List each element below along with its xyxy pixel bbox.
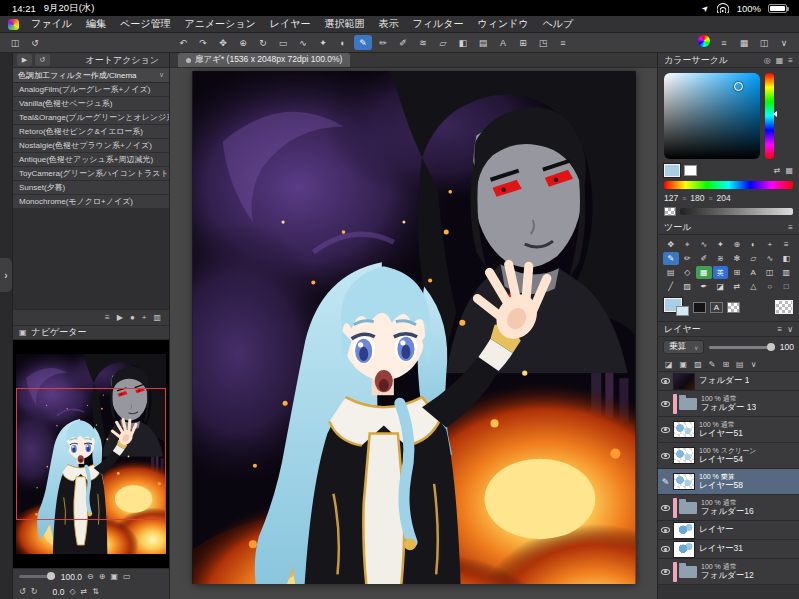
eye-icon[interactable]: [661, 427, 670, 433]
layer-row[interactable]: 100 % 通常フォルダー16: [658, 495, 799, 521]
circle-icon[interactable]: ○: [762, 280, 778, 293]
menu-item[interactable]: ヘルプ: [536, 17, 581, 31]
auto-action-tab-icon[interactable]: ▶: [17, 54, 32, 66]
swap-colors-icon[interactable]: ⇄: [774, 166, 781, 175]
list-icon[interactable]: ≡: [105, 313, 110, 322]
black-color-chip[interactable]: [693, 302, 706, 313]
fill-icon[interactable]: ◧: [779, 252, 795, 265]
palette-grid-icon[interactable]: ▦: [785, 166, 793, 175]
menu-item[interactable]: ウィンドウ: [470, 17, 535, 31]
add-icon[interactable]: +: [142, 313, 147, 322]
eye-icon[interactable]: [658, 505, 673, 511]
hand-icon[interactable]: ✥: [214, 35, 232, 50]
text-icon[interactable]: A: [746, 266, 762, 279]
delete-icon[interactable]: ▥: [153, 313, 161, 322]
material-icon[interactable]: ◳: [534, 35, 552, 50]
mask-icon[interactable]: ◪: [713, 280, 729, 293]
transparent-color-chip[interactable]: [664, 207, 676, 216]
pen-icon[interactable]: ✎: [663, 252, 679, 265]
menu-icon[interactable]: ≡: [554, 35, 572, 50]
rotate-view-icon[interactable]: ↻: [254, 35, 272, 50]
swatch-tab-icon[interactable]: ▦: [776, 56, 784, 65]
zoom-in-icon[interactable]: ⊕: [99, 572, 106, 581]
palette-icon[interactable]: ▤: [736, 360, 744, 369]
green-value[interactable]: 180: [690, 193, 704, 203]
menu-item[interactable]: アニメーション: [177, 17, 262, 31]
blend-icon[interactable]: ∿: [762, 252, 778, 265]
ruler-icon[interactable]: ⊞: [729, 266, 745, 279]
sub-color-chip[interactable]: [684, 165, 697, 176]
auto-action-set-selector[interactable]: 色調加工フィルター作成/Cinema ∨: [13, 68, 169, 83]
menu-icon[interactable]: ≡: [779, 238, 795, 251]
eye-icon[interactable]: [658, 527, 673, 533]
auto-action-item[interactable]: Vanilla(色褪せベージュ系): [13, 97, 169, 111]
layer-row[interactable]: 100 % 通常フォルダー 13: [658, 391, 799, 417]
eye-icon[interactable]: [661, 569, 670, 575]
menu-item[interactable]: 編集: [79, 17, 113, 31]
auto-action-item[interactable]: Antique(色褪せアッシュ系+周辺減光): [13, 153, 169, 167]
layer-panel-title[interactable]: レイヤー: [664, 323, 701, 336]
text-color-chip[interactable]: A: [710, 302, 723, 313]
opacity-value[interactable]: 100: [780, 342, 794, 352]
eyedropper-icon[interactable]: ◐: [746, 238, 762, 251]
redo-icon[interactable]: ↷: [194, 35, 212, 50]
eraser-icon[interactable]: ▱: [746, 252, 762, 265]
reset-rotate-icon[interactable]: ◇: [69, 587, 75, 596]
navigator-tab-icon[interactable]: ▣: [19, 328, 27, 337]
pencil-icon[interactable]: ✏: [374, 35, 392, 50]
layer-row[interactable]: レイヤー: [658, 521, 799, 540]
rotate-right-icon[interactable]: ↻: [31, 587, 38, 596]
brush-icon[interactable]: ✐: [394, 35, 412, 50]
undo-icon[interactable]: ↶: [174, 35, 192, 50]
hue-slider-vertical[interactable]: [765, 73, 774, 159]
red-value[interactable]: 127: [664, 193, 678, 203]
panels-icon[interactable]: ◫: [755, 35, 773, 50]
expand-icon[interactable]: ∨: [787, 325, 793, 334]
eye-icon[interactable]: [658, 569, 673, 575]
navigator-preview[interactable]: [13, 340, 169, 568]
perspective-icon[interactable]: △: [746, 280, 762, 293]
lasso-icon[interactable]: ∿: [696, 238, 712, 251]
zoom-icon[interactable]: ⊕: [729, 238, 745, 251]
auto-action-item[interactable]: AnalogFilm(ブルーグレー系+ノイズ): [13, 83, 169, 97]
layer-row[interactable]: フォルダー 1: [658, 372, 799, 391]
layer-row[interactable]: 100 % 通常レイヤー51: [658, 417, 799, 443]
blend-mode-select[interactable]: 乗算 ∨: [663, 340, 704, 354]
fit-screen-icon[interactable]: ▣: [110, 572, 118, 581]
color-wheel-icon[interactable]: [698, 35, 710, 47]
opacity-slider[interactable]: [709, 346, 774, 349]
balloon-icon[interactable]: ◫: [762, 266, 778, 279]
auto-select-icon[interactable]: ✦: [314, 35, 332, 50]
layer-row[interactable]: ✎100 % 乗算レイヤー58: [658, 469, 799, 495]
auto-action-item[interactable]: Monochrome(モノクロ+ノイズ): [13, 195, 169, 209]
play-icon[interactable]: ▶: [117, 313, 123, 322]
select-pen-icon[interactable]: ✒: [696, 280, 712, 293]
document-tab[interactable]: 扉アギ* (1536 x 2048px 72dpi 100.0%): [178, 53, 350, 67]
eraser-icon[interactable]: ▱: [434, 35, 452, 50]
symmetry-icon[interactable]: ⇄: [729, 280, 745, 293]
operate-icon[interactable]: ⌖: [680, 238, 696, 251]
record-icon[interactable]: ●: [130, 313, 135, 322]
grid-icon[interactable]: ▦: [735, 35, 753, 50]
ruler-layer-icon[interactable]: ⊞: [722, 360, 729, 369]
menu-item[interactable]: ファイル: [24, 17, 79, 31]
pencil-icon[interactable]: ✎: [658, 477, 673, 487]
brush-icon[interactable]: ✐: [696, 252, 712, 265]
material-green-icon[interactable]: ▦: [696, 266, 712, 279]
auto-action-item[interactable]: Sunset(夕暮): [13, 181, 169, 195]
square-icon[interactable]: □: [779, 280, 795, 293]
eye-icon[interactable]: [661, 401, 670, 407]
blue-value[interactable]: 204: [717, 193, 731, 203]
pencil-icon[interactable]: ✏: [680, 252, 696, 265]
eye-icon[interactable]: [661, 527, 670, 533]
gradient-icon[interactable]: ▤: [474, 35, 492, 50]
line-correct-icon[interactable]: ╱: [663, 280, 679, 293]
draft-icon[interactable]: ✎: [709, 360, 716, 369]
hand-icon[interactable]: ✥: [663, 238, 679, 251]
hue-slider-horizontal[interactable]: [664, 181, 793, 189]
auto-action-item[interactable]: Teal&Orange(ブルーグリーンとオレンジ系): [13, 111, 169, 125]
panel-menu-icon[interactable]: ≡: [777, 325, 782, 334]
layer-row[interactable]: レイヤー31: [658, 540, 799, 559]
move-layer-icon[interactable]: +: [762, 238, 778, 251]
color-panel-title[interactable]: カラーサークル: [664, 54, 728, 67]
